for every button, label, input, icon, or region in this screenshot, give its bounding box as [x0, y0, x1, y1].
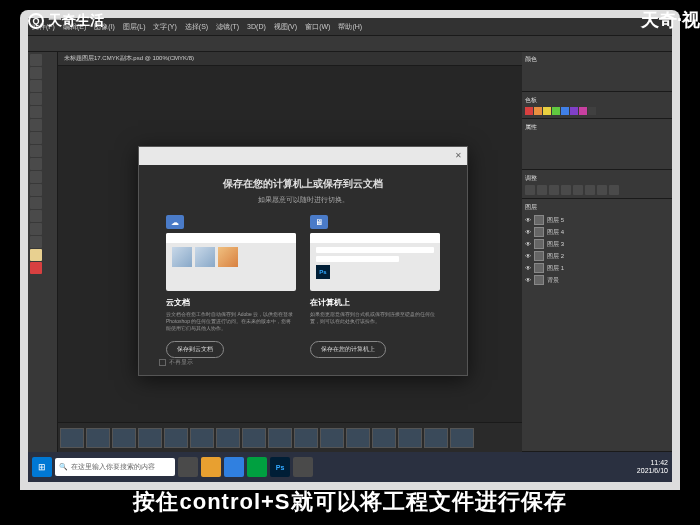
adjustment-icon[interactable]	[525, 185, 535, 195]
eye-icon[interactable]: 👁	[525, 241, 531, 247]
eye-icon[interactable]: 👁	[525, 253, 531, 259]
swatch[interactable]	[543, 107, 551, 115]
taskbar-app[interactable]	[201, 457, 221, 477]
timeline-frame[interactable]	[294, 428, 318, 448]
layer-name: 图层 4	[547, 228, 564, 237]
computer-preview: Ps	[310, 233, 440, 291]
dont-show-checkbox[interactable]	[159, 359, 166, 366]
computer-option: 🖥 Ps 在计算机上 如果您	[310, 215, 440, 358]
timeline-frame[interactable]	[372, 428, 396, 448]
menu-type[interactable]: 文字(Y)	[153, 22, 176, 32]
layer-row[interactable]: 👁图层 3	[525, 238, 669, 250]
close-icon[interactable]: ✕	[453, 151, 463, 161]
swatch[interactable]	[534, 107, 542, 115]
timeline-frame[interactable]	[268, 428, 292, 448]
document-tab[interactable]: 未标题图层17.CMYK副本.psd @ 100%(CMYK/8)	[58, 52, 522, 66]
timeline-frame[interactable]	[242, 428, 266, 448]
menu-filter[interactable]: 滤镜(T)	[216, 22, 239, 32]
hand-tool[interactable]	[30, 223, 42, 235]
layer-thumb	[534, 275, 544, 285]
eye-icon[interactable]: 👁	[525, 265, 531, 271]
adjustment-icon[interactable]	[609, 185, 619, 195]
gradient-tool[interactable]	[30, 171, 42, 183]
timeline-frame[interactable]	[216, 428, 240, 448]
layer-row[interactable]: 👁图层 2	[525, 250, 669, 262]
photoshop-taskbar-icon[interactable]: Ps	[270, 457, 290, 477]
swatches-grid	[525, 107, 669, 115]
clock-date: 2021/6/10	[637, 467, 668, 475]
swatch[interactable]	[579, 107, 587, 115]
lasso-tool[interactable]	[30, 80, 42, 92]
zoom-tool[interactable]	[30, 236, 42, 248]
start-button[interactable]: ⊞	[32, 457, 52, 477]
timeline-frame[interactable]	[450, 428, 474, 448]
layer-row[interactable]: 👁图层 5	[525, 214, 669, 226]
timeline-frame[interactable]	[112, 428, 136, 448]
swatch[interactable]	[570, 107, 578, 115]
swatch[interactable]	[525, 107, 533, 115]
options-bar	[28, 36, 672, 52]
swatch[interactable]	[561, 107, 569, 115]
menu-select[interactable]: 选择(S)	[185, 22, 208, 32]
save-computer-button[interactable]: 保存在您的计算机上	[310, 341, 386, 358]
type-tool[interactable]	[30, 197, 42, 209]
layer-row[interactable]: 👁图层 4	[525, 226, 669, 238]
eye-icon[interactable]: 👁	[525, 277, 531, 283]
layer-name: 图层 2	[547, 252, 564, 261]
video-subtitle: 按住control+S就可以将工程文件进行保存	[0, 487, 700, 517]
menu-help[interactable]: 帮助(H)	[338, 22, 362, 32]
move-tool[interactable]	[30, 54, 42, 66]
timeline-frame[interactable]	[138, 428, 162, 448]
taskbar-app[interactable]	[293, 457, 313, 477]
pen-tool[interactable]	[30, 184, 42, 196]
main-area: 未标题图层17.CMYK副本.psd @ 100%(CMYK/8) ✕ 保存在您…	[28, 52, 672, 452]
adjustment-icon[interactable]	[573, 185, 583, 195]
taskbar-app[interactable]	[247, 457, 267, 477]
background-color[interactable]	[30, 262, 42, 274]
timeline-frame[interactable]	[60, 428, 84, 448]
eye-icon[interactable]: 👁	[525, 229, 531, 235]
brand-text: 天奇生活	[48, 12, 104, 30]
taskbar-app[interactable]	[178, 457, 198, 477]
adjustment-icon[interactable]	[585, 185, 595, 195]
eyedropper-tool[interactable]	[30, 119, 42, 131]
adjustment-icon[interactable]	[597, 185, 607, 195]
crop-tool[interactable]	[30, 106, 42, 118]
adjustment-icon[interactable]	[537, 185, 547, 195]
swatch[interactable]	[552, 107, 560, 115]
timeline-frame[interactable]	[164, 428, 188, 448]
dont-show-label: 不再显示	[169, 358, 193, 367]
layer-name: 背景	[547, 276, 559, 285]
canvas-viewport[interactable]: ✕ 保存在您的计算机上或保存到云文档 如果愿意可以随时进行切换。 ☁	[58, 66, 522, 422]
timeline-frame[interactable]	[398, 428, 422, 448]
menu-view[interactable]: 视图(V)	[274, 22, 297, 32]
timeline-frame[interactable]	[320, 428, 344, 448]
taskbar-search[interactable]: 🔍 在这里输入你要搜索的内容	[55, 458, 175, 476]
layer-row[interactable]: 👁背景	[525, 274, 669, 286]
system-tray-time[interactable]: 11:42 2021/6/10	[637, 459, 668, 476]
eye-icon[interactable]: 👁	[525, 217, 531, 223]
menu-window[interactable]: 窗口(W)	[305, 22, 330, 32]
timeline-frame[interactable]	[424, 428, 448, 448]
save-cloud-button[interactable]: 保存到云文档	[166, 341, 224, 358]
timeline-panel	[58, 422, 522, 452]
menu-layer[interactable]: 图层(L)	[123, 22, 146, 32]
layer-row[interactable]: 👁图层 1	[525, 262, 669, 274]
foreground-color[interactable]	[30, 249, 42, 261]
taskbar-app[interactable]	[224, 457, 244, 477]
timeline-frame[interactable]	[86, 428, 110, 448]
shape-tool[interactable]	[30, 210, 42, 222]
timeline-frame[interactable]	[190, 428, 214, 448]
swatch[interactable]	[588, 107, 596, 115]
dialog-subtitle: 如果愿意可以随时进行切换。	[159, 195, 447, 205]
adjustment-icon[interactable]	[549, 185, 559, 195]
adjustment-icon[interactable]	[561, 185, 571, 195]
marquee-tool[interactable]	[30, 67, 42, 79]
stamp-tool[interactable]	[30, 145, 42, 157]
wand-tool[interactable]	[30, 93, 42, 105]
timeline-frame[interactable]	[346, 428, 370, 448]
eraser-tool[interactable]	[30, 158, 42, 170]
menu-3d[interactable]: 3D(D)	[247, 23, 266, 30]
layer-name: 图层 5	[547, 216, 564, 225]
brush-tool[interactable]	[30, 132, 42, 144]
